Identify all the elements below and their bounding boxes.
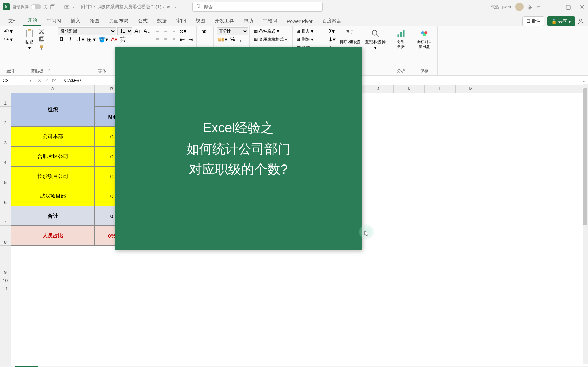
col-header-j[interactable]: J (363, 85, 394, 93)
tab-insert[interactable]: 插入 (67, 16, 84, 26)
tab-power-pivot[interactable]: Power Pivot (283, 16, 317, 26)
cell-a8[interactable]: 人员占比 (11, 226, 95, 246)
decrease-indent-button[interactable]: ⇤ (178, 36, 186, 43)
maximize-button[interactable]: ▢ (565, 3, 572, 10)
percent-button[interactable]: % (229, 36, 236, 43)
col-header-k[interactable]: K (394, 85, 425, 93)
camera-icon[interactable] (64, 4, 70, 10)
cell-a7[interactable]: 合计 (11, 206, 95, 226)
row-header-2[interactable]: 2 (0, 107, 11, 126)
fill-button[interactable]: ⬇▾ (328, 36, 336, 43)
find-select-button[interactable]: 查找和选择▾ (364, 27, 387, 52)
autosum-button[interactable]: Σ▾ (328, 27, 336, 35)
conditional-format-button[interactable]: ▦ 条件格式 ▾ (253, 27, 280, 35)
italic-button[interactable]: I (67, 36, 74, 43)
increase-font-button[interactable]: A↑ (134, 27, 142, 35)
minimize-button[interactable]: ─ (551, 3, 558, 10)
tab-niushanshanshanshanshan[interactable]: 牛闪闪 (43, 16, 65, 26)
tab-review[interactable]: 审阅 (172, 16, 190, 26)
row-header-6[interactable]: 6 (0, 186, 11, 206)
row-header-1[interactable]: 1 (0, 93, 11, 107)
cut-button[interactable] (38, 27, 45, 35)
font-size-select[interactable]: 11 (117, 27, 132, 35)
cell-a6[interactable]: 武汉项目部 (11, 186, 95, 206)
comma-button[interactable]: , (237, 36, 245, 43)
wrap-merge-button[interactable]: ab (200, 27, 208, 36)
tab-data[interactable]: 数据 (153, 16, 171, 26)
select-all-button[interactable] (0, 85, 11, 93)
table-format-button[interactable]: ▦ 套用表格格式 ▾ (253, 36, 288, 43)
col-header-a[interactable]: A (11, 85, 95, 93)
undo-button[interactable]: ↶ ▾ (3, 27, 13, 35)
search-input[interactable] (204, 4, 319, 10)
scrollbar-thumb[interactable] (583, 88, 587, 225)
number-format-select[interactable]: 百分比 (217, 27, 248, 35)
pen-icon[interactable] (536, 4, 541, 10)
tab-formulas[interactable]: 公式 (134, 16, 152, 26)
delete-cells-button[interactable]: ⊟ 删除 ▾ (296, 36, 314, 43)
bold-button[interactable]: B (58, 36, 65, 43)
enter-formula-button[interactable]: ✓ (45, 78, 49, 83)
cell-a5[interactable]: 长沙项目公司 (11, 166, 95, 186)
align-top-button[interactable]: ≡ (154, 27, 161, 35)
format-painter-button[interactable] (38, 44, 45, 51)
file-name[interactable]: 附件1：职级体系调整人员落位模版(1)(1).xlsx (81, 4, 170, 10)
align-bottom-button[interactable]: ≡ (170, 27, 178, 35)
user-area[interactable]: 气温 qiwen ◈ (491, 3, 541, 11)
row-header-4[interactable]: 4 (0, 146, 11, 166)
autosave-toggle[interactable]: 自动保存 关 (12, 4, 47, 10)
cell-a1[interactable]: 组织 (11, 93, 95, 126)
person-icon[interactable] (578, 18, 584, 24)
expand-formula-bar-button[interactable]: ⌄ (580, 77, 588, 84)
search-box[interactable] (192, 2, 323, 12)
close-button[interactable]: ✕ (578, 3, 585, 10)
analyze-button[interactable]: 分析数据 (395, 27, 407, 51)
align-left-button[interactable]: ≡ (154, 36, 161, 43)
name-box[interactable]: C8 ▾ (0, 76, 34, 85)
fx-button[interactable]: fx (52, 78, 56, 83)
col-header-l[interactable]: L (425, 85, 456, 93)
font-color-button[interactable]: A▾ (110, 36, 118, 43)
row-header-7[interactable]: 7 (0, 206, 11, 226)
insert-cells-button[interactable]: ⊞ 插入 ▾ (296, 27, 314, 35)
row-header-8[interactable]: 8 (0, 226, 11, 246)
border-button[interactable]: ⊞ ▾ (86, 36, 96, 43)
toggle-icon[interactable] (31, 4, 41, 9)
cancel-formula-button[interactable]: ✕ (38, 78, 42, 83)
comments-button[interactable]: ☐ 批注 (522, 16, 544, 26)
copy-button[interactable] (38, 36, 45, 43)
file-dropdown-icon[interactable]: ▾ (174, 5, 176, 9)
increase-indent-button[interactable]: ⇥ (187, 36, 194, 43)
row-header-5[interactable]: 5 (0, 166, 11, 186)
row-header-3[interactable]: 3 (0, 126, 11, 146)
font-name-select[interactable]: 微软雅黑 (58, 27, 116, 35)
underline-button[interactable]: U ▾ (75, 36, 85, 43)
dropdown-icon[interactable]: ▾ (72, 5, 74, 9)
tab-view[interactable]: 视图 (191, 16, 209, 26)
tab-draw[interactable]: 绘图 (86, 16, 104, 26)
launcher-icon[interactable]: ⤢ (48, 68, 50, 72)
decrease-font-button[interactable]: A↓ (143, 27, 151, 35)
tab-page-layout[interactable]: 页面布局 (105, 16, 132, 26)
avatar[interactable] (515, 3, 524, 11)
tab-baidu-disk[interactable]: 百度网盘 (318, 16, 345, 26)
tab-help[interactable]: 帮助 (239, 16, 257, 26)
align-center-button[interactable]: ≡ (162, 36, 169, 43)
currency-button[interactable]: 💴▾ (217, 36, 228, 43)
row-header-11[interactable]: 11 (0, 284, 11, 292)
vertical-scrollbar[interactable] (583, 84, 588, 364)
share-button[interactable]: 🔓 共享 ▾ (547, 16, 575, 26)
tab-qrcode[interactable]: 二维码 (259, 16, 281, 26)
tab-developer[interactable]: 开发工具 (211, 16, 238, 26)
orientation-button[interactable]: ⤭▾ (178, 27, 187, 35)
diamond-icon[interactable]: ◈ (528, 4, 532, 10)
row-header-9[interactable]: 9 (0, 246, 11, 276)
tab-home[interactable]: 开始 (23, 15, 41, 26)
col-header-m[interactable]: M (456, 85, 486, 93)
align-right-button[interactable]: ≡ (170, 36, 178, 43)
align-middle-button[interactable]: ≡ (162, 27, 169, 35)
fill-color-button[interactable]: 🪣▾ (98, 36, 109, 43)
phonetic-button[interactable]: wén文▾ (119, 36, 127, 43)
cell-a3[interactable]: 公司本部 (11, 126, 95, 146)
cell-a4[interactable]: 合肥片区公司 (11, 146, 95, 166)
